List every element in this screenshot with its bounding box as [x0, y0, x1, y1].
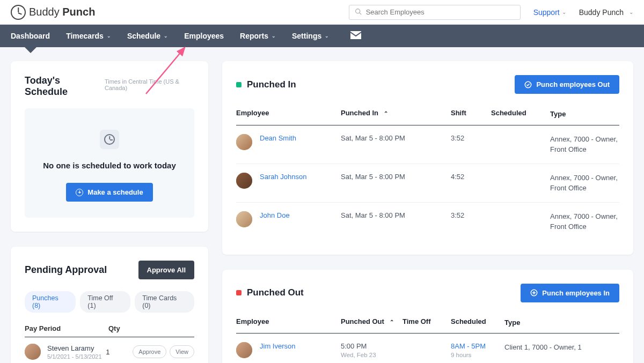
search-input[interactable] — [366, 8, 515, 16]
punched-in-row: John Doe Sat, Mar 5 - 8:00 PM 3:52 Annex… — [236, 203, 619, 241]
punched-in-title: Punched In — [247, 79, 296, 90]
logo-secondary: Punch — [62, 6, 95, 18]
timeoff-value — [402, 342, 451, 358]
avatar — [236, 134, 252, 150]
svg-rect-2 — [350, 31, 361, 39]
col-type: Type — [504, 317, 619, 328]
employee-link[interactable]: Jim Iverson — [260, 342, 295, 350]
avatar — [236, 211, 252, 227]
schedule-timezone: Times in Central Time (US & Canada) — [105, 78, 194, 91]
shift-value: 4:52 — [451, 173, 491, 194]
chevron-down-icon: ⌄ — [164, 33, 168, 39]
avatar — [25, 344, 41, 360]
punched-out-date: Wed, Feb 23 — [341, 352, 402, 358]
clock-logo-icon — [11, 5, 26, 20]
approve-all-button[interactable]: Approve All — [138, 261, 194, 279]
punched-time: Sat, Mar 5 - 8:00 PM — [341, 211, 451, 232]
approval-qty: 1 — [106, 348, 133, 356]
tab-timeoff[interactable]: Time Off (1) — [80, 291, 130, 313]
punched-in-header-row: Employee Punched In ⌃ Shift Scheduled Ty… — [236, 109, 619, 125]
make-schedule-label: Make a schedule — [87, 188, 143, 196]
scheduled-hours: 9 hours — [451, 352, 504, 358]
col-qty: Qty — [108, 324, 135, 332]
type-value: Annex, 7000 - Owner, Front Office — [550, 134, 619, 155]
punched-out-card: Punched Out Punch employees In Employee … — [222, 270, 633, 364]
punched-out-time: 5:00 PM — [341, 342, 402, 350]
nav-reports-label: Reports — [240, 32, 268, 40]
todays-schedule-card: Today's Schedule Times in Central Time (… — [11, 61, 208, 232]
support-link[interactable]: Support ⌄ — [533, 8, 566, 17]
col-shift: Shift — [451, 109, 491, 120]
pending-title: Pending Approval — [25, 264, 107, 276]
sort-up-icon: ⌃ — [390, 319, 394, 325]
punched-out-row: Jim Iverson 5:00 PM Wed, Feb 23 8AM - 5P… — [236, 334, 619, 363]
punch-in-icon — [530, 289, 538, 297]
mail-icon[interactable] — [350, 31, 361, 42]
punch-in-button[interactable]: Punch employees In — [521, 284, 619, 302]
punch-out-button[interactable]: Punch employees Out — [515, 75, 619, 94]
chevron-down-icon: ⌄ — [629, 9, 633, 15]
punched-in-row: Dean Smith Sat, Mar 5 - 8:00 PM 3:52 Ann… — [236, 125, 619, 164]
chevron-down-icon: ⌄ — [325, 33, 329, 39]
pending-approval-card: Pending Approval Approve All Punches (8)… — [11, 247, 208, 363]
status-dot-red — [236, 290, 241, 295]
app-logo[interactable]: Buddy Punch — [11, 5, 95, 20]
search-icon — [355, 8, 362, 17]
nav-settings[interactable]: Settings ⌄ — [292, 32, 329, 40]
nav-settings-label: Settings — [292, 32, 321, 40]
view-button[interactable]: View — [170, 345, 194, 358]
employee-link[interactable]: Dean Smith — [260, 134, 296, 142]
nav-schedule[interactable]: Schedule ⌄ — [127, 32, 168, 40]
content-area: Today's Schedule Times in Central Time (… — [0, 47, 644, 363]
make-schedule-button[interactable]: + Make a schedule — [66, 183, 152, 202]
logo-text: Buddy Punch — [29, 6, 95, 18]
tab-timecards[interactable]: Time Cards (0) — [135, 291, 194, 313]
status-dot-green — [236, 82, 241, 87]
avatar — [236, 173, 252, 189]
col-punched-in[interactable]: Punched In ⌃ — [341, 109, 451, 120]
avatar — [236, 342, 252, 358]
svg-line-1 — [360, 12, 361, 14]
schedule-title: Today's Schedule — [25, 75, 98, 98]
approval-row: Steven Laramy 5/1/2021 - 5/13/2021 1 App… — [25, 337, 194, 363]
employee-link[interactable]: John Doe — [260, 211, 290, 219]
scheduled-value — [491, 211, 550, 232]
col-scheduled: Scheduled — [451, 317, 504, 328]
col-punched-out[interactable]: Punched Out ⌃ — [341, 317, 402, 328]
col-timeoff: Time Off — [402, 317, 451, 328]
approval-date: 5/1/2021 - 5/13/2021 — [47, 353, 106, 360]
sort-up-icon: ⌃ — [384, 110, 388, 116]
punched-time: Sat, Mar 5 - 8:00 PM — [341, 134, 451, 155]
support-label: Support — [533, 8, 560, 17]
logo-primary: Buddy — [29, 6, 60, 18]
punched-time: Sat, Mar 5 - 8:00 PM — [341, 173, 451, 194]
nav-timecards[interactable]: Timecards ⌄ — [66, 32, 111, 40]
punch-out-icon — [524, 81, 532, 88]
empty-message: No one is scheduled to work today — [35, 161, 184, 170]
col-type: Type — [550, 109, 619, 120]
chevron-down-icon: ⌄ — [562, 9, 566, 15]
col-punched-out-label: Punched Out — [341, 317, 384, 325]
clock-icon — [100, 130, 119, 149]
plus-circle-icon: + — [76, 189, 83, 196]
search-box[interactable] — [349, 5, 521, 20]
nav-schedule-label: Schedule — [127, 32, 160, 40]
nav-dashboard[interactable]: Dashboard — [11, 32, 50, 40]
punched-out-title: Punched Out — [247, 287, 304, 298]
nav-employees[interactable]: Employees — [184, 32, 224, 40]
shift-value: 3:52 — [451, 134, 491, 155]
account-menu[interactable]: Buddy Punch ⌄ — [579, 8, 633, 17]
employee-link[interactable]: Sarah Johnson — [260, 173, 306, 181]
nav-reports[interactable]: Reports ⌄ — [240, 32, 276, 40]
pending-table-header: Pay Period Qty — [25, 324, 194, 337]
scheduled-link[interactable]: 8AM - 5PM — [451, 342, 504, 350]
punched-in-row: Sarah Johnson Sat, Mar 5 - 8:00 PM 4:52 … — [236, 164, 619, 203]
type-value: Client 1, 7000 - Owner, 1 — [504, 342, 619, 358]
chevron-down-icon: ⌄ — [272, 33, 276, 39]
approval-name: Steven Laramy — [47, 344, 106, 352]
approve-button[interactable]: Approve — [133, 345, 166, 358]
chevron-down-icon: ⌄ — [107, 33, 111, 39]
tab-punches[interactable]: Punches (8) — [25, 291, 76, 313]
punched-out-header-row: Employee Punched Out ⌃ Time Off Schedule… — [236, 317, 619, 334]
col-pay-period: Pay Period — [25, 324, 108, 332]
